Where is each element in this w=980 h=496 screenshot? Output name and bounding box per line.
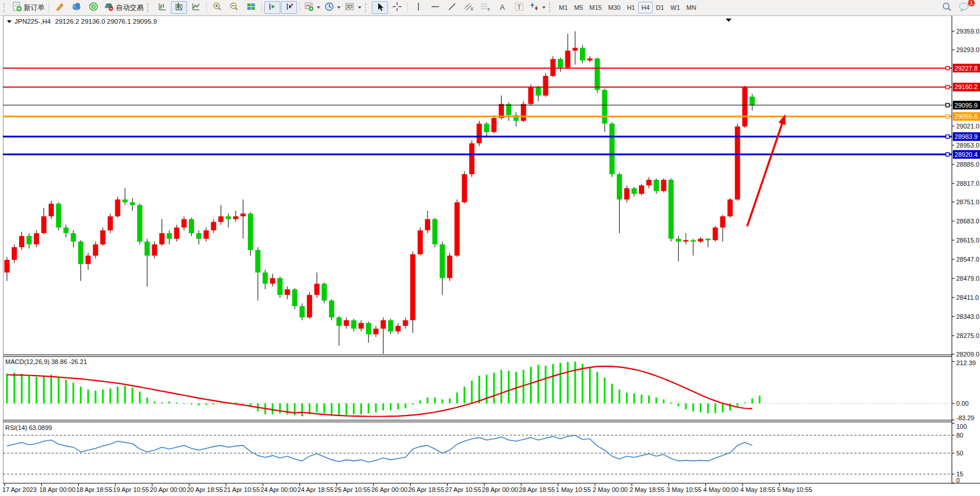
periods-button[interactable]	[323, 1, 342, 14]
timeframe-button-M1[interactable]: M1	[556, 2, 571, 13]
arrows-button[interactable]	[528, 1, 547, 14]
candle-down	[388, 320, 393, 331]
candle-up	[410, 254, 415, 320]
candle-up	[469, 144, 474, 174]
toolbar-grip[interactable]	[365, 3, 369, 12]
macd-histogram-bar	[434, 398, 436, 403]
symbol-dropdown-icon[interactable]	[7, 20, 12, 23]
zoom-in-icon	[213, 2, 222, 13]
timeframe-button-H4[interactable]: H4	[638, 2, 652, 13]
line-end-marker[interactable]	[946, 85, 949, 89]
timeframe-button-D1[interactable]: D1	[653, 2, 667, 13]
rsi-axis-label: 80	[956, 432, 963, 439]
line-end-marker[interactable]	[946, 115, 949, 118]
main-toolbar: 新订单 自动交易	[0, 0, 980, 16]
macd-histogram-bar	[729, 403, 731, 410]
candle-down	[631, 188, 637, 194]
candle-up	[12, 247, 17, 260]
price-axis-label: 28547.0	[956, 256, 979, 263]
macd-histogram-bar	[323, 403, 325, 413]
macd-histogram-bar	[360, 403, 362, 414]
crosshair-button[interactable]	[389, 1, 405, 14]
indicators-button[interactable]	[302, 1, 322, 14]
candle-up	[100, 230, 105, 244]
macd-histogram-bar	[102, 390, 104, 403]
chart-canvas[interactable]: JPN225-,H4 29126.2 29136.0 29076.1 29095…	[0, 16, 980, 496]
macd-histogram-bar	[737, 403, 738, 406]
new-order-button[interactable]: 新订单	[10, 1, 46, 14]
horizontal-line-icon	[430, 3, 440, 12]
macd-histogram-bar	[65, 380, 67, 403]
signals-button[interactable]	[85, 1, 101, 14]
candle-up	[572, 48, 577, 51]
price-axis-label: 28209.0	[956, 351, 979, 358]
line-end-marker[interactable]	[946, 104, 949, 107]
tile-windows-button[interactable]	[243, 1, 259, 14]
svg-text:F: F	[488, 8, 490, 12]
zoom-in-button[interactable]	[209, 1, 225, 14]
cursor-button[interactable]	[372, 1, 388, 14]
timeframe-button-MN[interactable]: MN	[683, 2, 699, 13]
horizontal-line-button[interactable]	[427, 1, 443, 14]
candlestick-chart-icon	[174, 2, 184, 13]
chart-shift-marker[interactable]	[726, 19, 732, 22]
candle-down	[299, 306, 305, 317]
svg-text:E: E	[471, 7, 474, 11]
macd-histogram-bar	[419, 401, 421, 403]
timeframe-button-M5[interactable]: M5	[571, 2, 586, 13]
templates-button[interactable]	[343, 1, 363, 14]
timeframe-button-W1[interactable]: W1	[668, 2, 683, 13]
candlestick-chart-button[interactable]	[171, 1, 187, 14]
macd-histogram-bar	[663, 399, 664, 403]
search-button[interactable]	[939, 1, 955, 14]
toolbar-grip[interactable]	[549, 3, 553, 12]
fibonacci-button[interactable]: F	[477, 1, 493, 14]
macd-histogram-bar	[493, 373, 495, 403]
macd-histogram-bar	[131, 388, 133, 403]
timeframe-button-M15[interactable]: M15	[587, 2, 605, 13]
candle-up	[425, 219, 430, 230]
line-chart-button[interactable]	[188, 1, 204, 14]
channel-button[interactable]: E	[460, 1, 477, 14]
macd-histogram-bar	[560, 363, 561, 403]
candle-up	[374, 329, 379, 335]
candle-down	[321, 284, 327, 300]
trend-arrow-annotation[interactable]	[747, 114, 785, 226]
candle-up	[181, 219, 187, 228]
line-end-marker[interactable]	[946, 67, 949, 70]
timeframe-button-H1[interactable]: H1	[624, 2, 638, 13]
community-button[interactable]	[68, 1, 85, 14]
candle-down	[654, 180, 659, 191]
channel-icon: E	[463, 2, 474, 13]
candle-up	[587, 58, 593, 60]
toolbar-grip[interactable]	[147, 3, 151, 12]
chart-shift-button[interactable]	[281, 1, 297, 14]
styles-button[interactable]	[52, 1, 68, 14]
trendline-icon	[447, 2, 457, 13]
bar-chart-button[interactable]	[154, 1, 170, 14]
text-label-button[interactable]: T	[511, 1, 527, 14]
line-end-marker[interactable]	[946, 135, 949, 138]
macd-histogram-bar	[619, 390, 620, 403]
text-button[interactable]: A	[494, 1, 510, 14]
line-end-marker[interactable]	[946, 153, 949, 156]
trendline-button[interactable]	[444, 1, 460, 14]
macd-histogram-bar	[449, 398, 451, 403]
zoom-out-button[interactable]	[226, 1, 242, 14]
macd-histogram-bar	[58, 377, 60, 403]
macd-histogram-bar	[692, 403, 694, 412]
timeframe-button-M30[interactable]: M30	[605, 2, 623, 13]
vertical-line-button[interactable]	[410, 1, 426, 14]
auto-scroll-button[interactable]	[264, 1, 280, 14]
candle-up	[713, 227, 718, 240]
chat-button[interactable]: 1	[956, 1, 972, 14]
candle-down	[167, 233, 172, 239]
auto-trading-button[interactable]: 自动交易	[102, 1, 145, 14]
macd-histogram-bar	[124, 385, 126, 403]
macd-histogram-bar	[35, 377, 37, 403]
macd-histogram-bar	[375, 403, 377, 412]
macd-histogram-bar	[50, 374, 52, 403]
rsi-axis-label: 50	[956, 450, 963, 457]
macd-histogram-bar	[537, 365, 539, 403]
toolbar-grip[interactable]	[3, 3, 8, 12]
